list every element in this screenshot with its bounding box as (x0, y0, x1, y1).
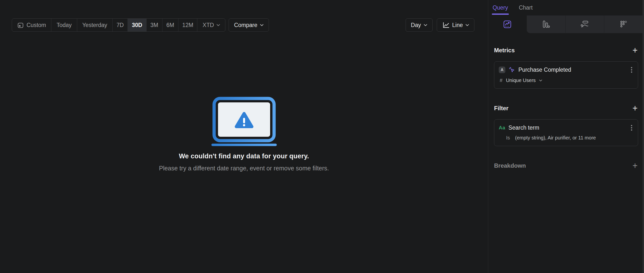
sidebar-tabs: Query Chart (488, 0, 644, 15)
aggregation-symbol: # (500, 78, 502, 83)
metric-options-button[interactable] (630, 66, 634, 73)
chevron-down-icon[interactable] (539, 79, 542, 81)
filter-options-button[interactable] (630, 124, 634, 131)
tab-retention[interactable] (604, 15, 643, 33)
tab-flows[interactable] (565, 15, 604, 33)
metrics-header: Metrics (494, 47, 515, 54)
metric-event-name: Purchase Completed (518, 66, 571, 73)
app-root: Custom Today Yesterday 7D 30D 3M 6M 12M … (0, 0, 644, 273)
metric-card[interactable]: A Purchase Completed # Unique Users (494, 61, 638, 89)
date-range-label: Custom (26, 22, 46, 28)
chart-controls: Day Line (406, 18, 474, 32)
filter-card[interactable]: Aa Search term Is (empty string), Air pu… (494, 119, 638, 146)
main-canvas: Custom Today Yesterday 7D 30D 3M 6M 12M … (0, 0, 488, 273)
tab-insights[interactable] (488, 15, 527, 33)
tab-funnels[interactable] (527, 15, 565, 33)
chart-type-button[interactable]: Line (437, 18, 474, 32)
filter-header: Filter (494, 105, 508, 112)
empty-state-title: We couldn't find any data for your query… (179, 152, 309, 160)
empty-state: We couldn't find any data for your query… (0, 96, 488, 172)
query-builder-panel: Metrics + A Purchase Completed (488, 46, 644, 170)
filter-values-summary[interactable]: (empty string), Air purifier, or 11 more (515, 135, 596, 141)
tab-query[interactable]: Query (492, 0, 508, 15)
add-filter-button[interactable]: + (632, 104, 638, 113)
text-property-icon: Aa (499, 125, 505, 131)
query-sidebar: Query Chart (488, 0, 644, 273)
add-breakdown-button[interactable]: + (632, 161, 638, 170)
date-range-xtd[interactable]: XTD (198, 19, 225, 31)
scrollbar-gutter[interactable] (642, 0, 644, 273)
flows-icon (580, 20, 590, 29)
aggregation-selector[interactable]: Unique Users (506, 78, 536, 83)
funnels-icon (542, 20, 550, 29)
date-range-today[interactable]: Today (51, 19, 77, 31)
date-range-picker: Custom Today Yesterday 7D 30D 3M 6M 12M … (12, 18, 226, 32)
add-metric-button[interactable]: + (632, 46, 638, 55)
line-chart-icon (442, 21, 450, 28)
filter-section: Filter + Aa Search term Is (empty string… (494, 104, 638, 146)
empty-state-subtitle: Please try a different date range, event… (159, 165, 329, 172)
date-range-7d[interactable]: 7D (112, 19, 128, 31)
calendar-icon (17, 22, 24, 28)
chevron-down-icon (424, 24, 427, 26)
granularity-button[interactable]: Day (406, 18, 432, 32)
filter-operator[interactable]: Is (506, 135, 510, 141)
tab-chart[interactable]: Chart (519, 0, 533, 15)
breakdown-header: Breakdown (494, 162, 526, 169)
chevron-down-icon (216, 24, 220, 26)
date-range-yesterday[interactable]: Yesterday (77, 19, 112, 31)
report-type-tabs (488, 15, 643, 33)
breakdown-section: Breakdown + (494, 161, 638, 170)
chevron-down-icon (260, 24, 264, 26)
date-range-12m[interactable]: 12M (178, 19, 198, 31)
chevron-down-icon (466, 24, 469, 26)
series-letter-badge: A (499, 66, 505, 73)
date-range-6m[interactable]: 6M (162, 19, 178, 31)
date-range-custom[interactable]: Custom (12, 19, 51, 31)
no-data-illustration (211, 96, 278, 146)
filter-property-name: Search term (508, 124, 539, 131)
date-range-3m[interactable]: 3M (146, 19, 162, 31)
event-icon (508, 66, 515, 73)
date-range-30d[interactable]: 30D (128, 19, 146, 31)
metrics-section: Metrics + A Purchase Completed (494, 46, 638, 89)
compare-button[interactable]: Compare (228, 18, 269, 32)
retention-icon (619, 20, 628, 29)
insights-icon (503, 20, 512, 29)
toolbar: Custom Today Yesterday 7D 30D 3M 6M 12M … (12, 18, 488, 32)
